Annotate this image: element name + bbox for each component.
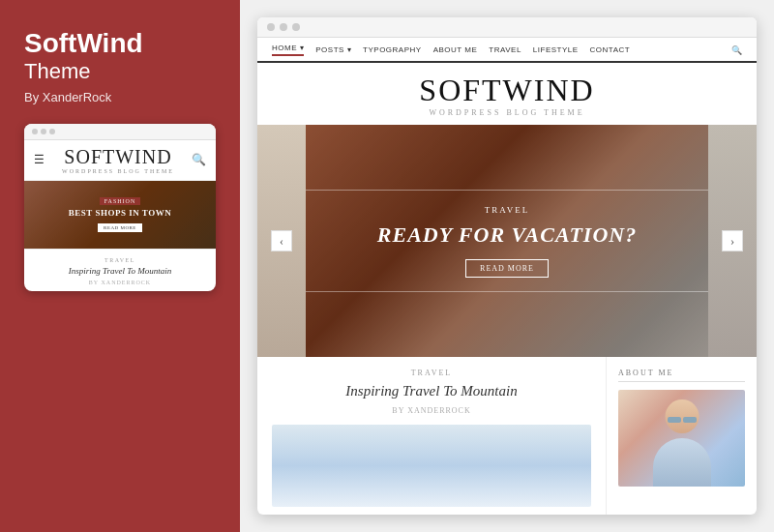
desktop-logo-text: SOFTWIND	[257, 73, 757, 108]
nav-items: HOME ▾ POSTS ▾ TYPOGRAPHY ABOUT ME TRAVE…	[272, 44, 630, 56]
nav-item-lifestyle[interactable]: LIFESTYLE	[533, 45, 579, 54]
mobile-post-category: TRAVEL	[34, 257, 206, 263]
desktop-mockup: HOME ▾ POSTS ▾ TYPOGRAPHY ABOUT ME TRAVE…	[257, 17, 757, 515]
desktop-logo-area: SOFTWIND WORDPRESS BLOG THEME	[257, 63, 757, 125]
about-me-image	[618, 390, 745, 487]
slider-title: READY FOR VACATION?	[377, 222, 637, 248]
mobile-post-title: Inspiring Travel To Mountain	[34, 266, 206, 278]
mobile-post-preview: TRAVEL Inspiring Travel To Mountain BY X…	[24, 249, 216, 292]
post-author: BY XANDERROCK	[272, 406, 591, 415]
desktop-dot-3	[292, 23, 300, 31]
about-me-area: ABOUT ME	[607, 357, 757, 515]
mobile-mockup: ☰ SOFTWIND WORDPRESS BLOG THEME 🔍 FASHIO…	[24, 124, 216, 292]
blog-post-area: TRAVEL Inspiring Travel To Mountain BY X…	[257, 357, 607, 515]
slider-read-more-button[interactable]: READ MORE	[465, 259, 549, 278]
mobile-hero-title: BEST SHOPS IN TOWN	[69, 208, 171, 220]
right-panel: HOME ▾ POSTS ▾ TYPOGRAPHY ABOUT ME TRAVE…	[240, 0, 774, 532]
mobile-logo-area: SOFTWIND WORDPRESS BLOG THEME	[45, 146, 192, 174]
mobile-hero-card: FASHION BEST SHOPS IN TOWN READ MORE	[24, 181, 216, 249]
desktop-dot-2	[280, 23, 287, 31]
desktop-dot-1	[267, 23, 275, 31]
slider-overlay: TRAVEL READY FOR VACATION? READ MORE	[306, 125, 708, 357]
mobile-search-icon[interactable]: 🔍	[192, 153, 206, 167]
author-label: By XanderRock	[24, 90, 216, 104]
slider-area: TRAVEL READY FOR VACATION? READ MORE ‹ ›	[257, 125, 757, 357]
about-me-heading: ABOUT ME	[618, 369, 745, 382]
left-panel: SoftWind Theme By XanderRock ☰ SOFTWIND …	[0, 0, 240, 532]
desktop-logo-tagline: WORDPRESS BLOG THEME	[257, 108, 757, 117]
desktop-nav: HOME ▾ POSTS ▾ TYPOGRAPHY ABOUT ME TRAVE…	[257, 38, 757, 63]
mobile-dot-1	[32, 129, 38, 134]
slider-line-bottom	[306, 291, 708, 292]
brand-subtitle: Theme	[24, 59, 216, 84]
nav-item-travel[interactable]: TRAVEL	[489, 45, 521, 54]
mobile-logo-tagline: WORDPRESS BLOG THEME	[45, 168, 192, 174]
slider-category: TRAVEL	[485, 205, 529, 215]
mobile-nav: ☰ SOFTWIND WORDPRESS BLOG THEME 🔍	[24, 140, 216, 181]
mobile-top-bar	[24, 124, 216, 140]
nav-item-contact[interactable]: CONTACT	[590, 45, 631, 54]
mobile-post-author: BY XANDERROCK	[34, 280, 206, 285]
mobile-dot-3	[49, 129, 55, 134]
nav-search-icon[interactable]: 🔍	[731, 45, 742, 55]
slider-next-button[interactable]: ›	[722, 230, 743, 251]
desktop-top-bar	[257, 17, 757, 38]
nav-item-about[interactable]: ABOUT ME	[433, 45, 478, 54]
mobile-logo-text: SOFTWIND	[45, 146, 192, 168]
slider-main: TRAVEL READY FOR VACATION? READ MORE	[306, 125, 708, 357]
nav-item-posts[interactable]: POSTS ▾	[315, 45, 351, 54]
post-title[interactable]: Inspiring Travel To Mountain	[272, 382, 591, 401]
slider-prev-button[interactable]: ‹	[271, 230, 292, 251]
nav-item-typography[interactable]: TYPOGRAPHY	[363, 45, 422, 54]
bottom-content: TRAVEL Inspiring Travel To Mountain BY X…	[257, 357, 757, 515]
mobile-hero-overlay: FASHION BEST SHOPS IN TOWN READ MORE	[24, 181, 216, 249]
nav-item-home[interactable]: HOME ▾	[272, 44, 304, 56]
post-category-label: TRAVEL	[272, 369, 591, 377]
mobile-fashion-tag: FASHION	[100, 197, 141, 205]
mobile-read-more-button[interactable]: READ MORE	[98, 223, 142, 232]
post-image	[272, 425, 591, 507]
hamburger-icon[interactable]: ☰	[34, 153, 45, 167]
mobile-dot-2	[41, 129, 46, 134]
slider-line-top	[306, 190, 708, 191]
brand-title: SoftWind	[24, 29, 216, 59]
